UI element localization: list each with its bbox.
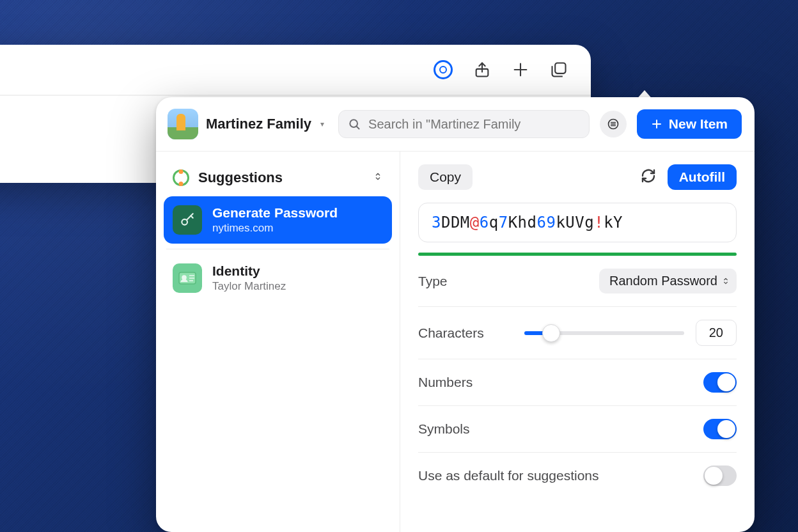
setting-label: Type — [418, 274, 448, 289]
chevron-updown-icon — [721, 274, 730, 288]
generated-password[interactable]: 3DDM@6q7Khd69kUVg!kY — [418, 203, 737, 242]
setting-characters: Characters 20 — [418, 307, 737, 359]
vault-name: Martinez Family — [206, 116, 311, 132]
sidebar-item-generate-password[interactable]: Generate Password nytimes.com — [164, 196, 392, 244]
svg-rect-1 — [555, 63, 565, 74]
new-tab-icon[interactable] — [512, 61, 529, 79]
setting-type: Type Random Password — [418, 256, 737, 307]
symbols-toggle[interactable] — [703, 419, 737, 439]
setting-symbols: Symbols — [418, 406, 737, 453]
search-icon — [348, 118, 361, 130]
section-title: Suggestions — [198, 169, 283, 186]
item-title: Generate Password — [212, 205, 338, 221]
setting-numbers: Numbers — [418, 359, 737, 406]
search-input[interactable] — [367, 116, 580, 132]
refresh-icon — [641, 168, 656, 184]
setting-label: Characters — [418, 325, 484, 341]
length-slider[interactable] — [524, 331, 684, 335]
share-icon[interactable] — [473, 61, 491, 79]
popover-header: Martinez Family ▾ New Item — [156, 97, 755, 152]
slider-thumb[interactable] — [542, 324, 560, 342]
list-view-toggle[interactable] — [600, 111, 627, 137]
new-item-button[interactable]: New Item — [637, 109, 742, 139]
onepassword-extension-icon[interactable] — [434, 60, 453, 79]
identity-card-icon — [173, 263, 202, 293]
sort-chevrons-icon[interactable] — [373, 171, 383, 184]
setting-label: Symbols — [418, 421, 470, 437]
item-title: Identity — [212, 263, 286, 279]
copy-button[interactable]: Copy — [418, 164, 473, 190]
setting-label: Use as default for suggestions — [418, 468, 599, 483]
setting-label: Numbers — [418, 375, 473, 390]
tabs-overview-icon[interactable] — [550, 61, 568, 79]
regenerate-button[interactable] — [641, 168, 656, 186]
key-icon — [173, 205, 202, 235]
detail-pane: Copy Autofill 3DDM@6q7Khd69kUVg!kY Type … — [400, 152, 755, 532]
plus-icon — [651, 118, 662, 130]
autofill-label: Autofill — [679, 169, 725, 184]
section-header[interactable]: Suggestions — [164, 163, 392, 196]
default-toggle[interactable] — [703, 465, 737, 486]
chevron-down-icon: ▾ — [320, 120, 324, 129]
sidebar: Suggestions Generate Password nytimes.co… — [156, 152, 400, 532]
sidebar-item-identity[interactable]: Identity Taylor Martinez — [164, 254, 392, 302]
autofill-button[interactable]: Autofill — [668, 164, 737, 190]
new-item-label: New Item — [669, 116, 728, 132]
select-value: Random Password — [609, 274, 717, 288]
length-value[interactable]: 20 — [696, 320, 737, 346]
item-subtitle: nytimes.com — [212, 222, 338, 235]
vault-avatar — [168, 109, 198, 139]
setting-default: Use as default for suggestions — [418, 453, 737, 499]
svg-point-6 — [182, 276, 186, 279]
copy-label: Copy — [430, 169, 461, 184]
search-field[interactable] — [338, 110, 590, 138]
browser-toolbar — [0, 45, 591, 96]
password-type-select[interactable]: Random Password — [599, 269, 737, 293]
extension-popover: Martinez Family ▾ New Item Suggestions — [156, 97, 755, 532]
suggestions-icon — [173, 169, 189, 186]
numbers-toggle[interactable] — [703, 372, 737, 393]
item-subtitle: Taylor Martinez — [212, 280, 286, 293]
divider — [166, 249, 389, 249]
vault-switcher[interactable]: Martinez Family ▾ — [168, 109, 328, 139]
